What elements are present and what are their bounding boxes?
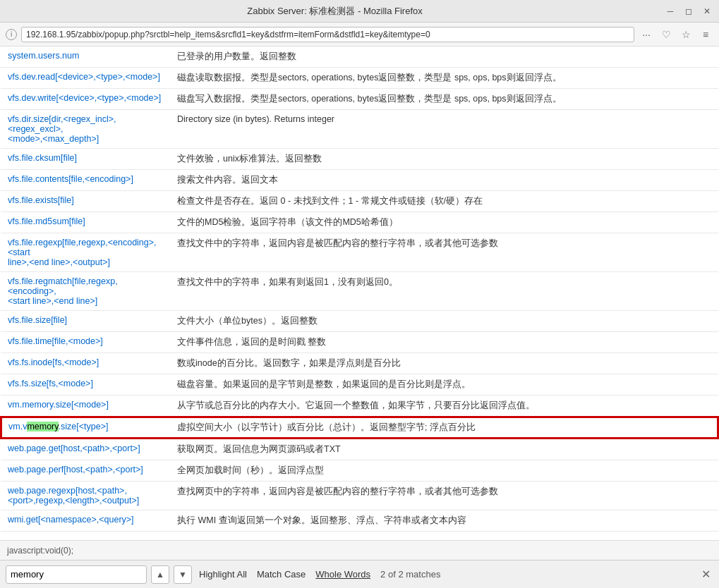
item-key: web.page.regexp[host,<path>,<port>,regex… — [1, 482, 170, 510]
table-row: vfs.dir.size[dir,<regex_incl>,<regex_exc… — [1, 110, 718, 149]
table-row: vfs.file.size[file]文件大小（单位bytes）。返回整数 — [1, 311, 718, 332]
find-close-button[interactable]: ✕ — [698, 567, 713, 582]
item-desc: 从字节或总百分比的内存大小。它返回一个整数值，如果字节，只要百分比返回浮点值。 — [170, 396, 718, 417]
item-desc: 查找文件中的字符串，如果有则返回1，没有则返回0。 — [170, 272, 718, 311]
more-button[interactable]: ··· — [639, 27, 654, 42]
item-key: vfs.file.regexp[file,regexp,<encoding>,<… — [1, 233, 170, 272]
table-row: system.users.num已登录的用户数量。返回整数 — [1, 47, 718, 68]
item-key: vfs.fs.size[fs,<mode>] — [1, 374, 170, 396]
item-desc: 文件大小（单位bytes）。返回整数 — [170, 311, 718, 332]
item-desc: 执行 WMI 查询返回第一个对象。返回整形、浮点、字符串或者文本内容 — [170, 510, 718, 532]
content-area: system.users.num已登录的用户数量。返回整数vfs.dev.rea… — [0, 47, 719, 540]
item-desc: 文件的MD5检验。返回字符串（该文件的MD5哈希值） — [170, 212, 718, 233]
table-row: web.page.perf[host,<path>,<port>]全网页加载时间… — [1, 460, 718, 482]
item-desc: 文件效验，unix标准算法。返回整数 — [170, 149, 718, 170]
item-key: web.page.perf[host,<path>,<port>] — [1, 460, 170, 482]
table-row: vfs.file.md5sum[file]文件的MD5检验。返回字符串（该文件的… — [1, 212, 718, 233]
statusbar: javascript:void(0); — [0, 540, 719, 560]
window-title: Zabbix Server: 标准检测器 - Mozilla Firefox — [6, 5, 664, 18]
table-row: vfs.file.exists[file]检查文件是否存在。返回 0 - 未找到… — [1, 191, 718, 212]
item-key: vfs.file.time[file,<mode>] — [1, 332, 170, 353]
item-key: vm.memory.size[<mode>] — [1, 396, 170, 417]
table-row: vfs.dev.read[<device>,<type>,<mode>]磁盘读取… — [1, 68, 718, 89]
whole-words-label[interactable]: Whole Words — [313, 568, 373, 581]
url-bar[interactable]: 192.168.1.95/zabbix/popup.php?srctbl=hel… — [21, 27, 634, 42]
close-button[interactable]: ✕ — [701, 5, 713, 18]
item-key: vfs.file.regmatch[file,regexp,<encoding>… — [1, 272, 170, 311]
item-desc: 数或inode的百分比。返回数字，如果是浮点则是百分比 — [170, 353, 718, 374]
item-desc: 磁盘写入数据报。类型是sectors, operations, bytes返回整… — [170, 89, 718, 110]
info-icon[interactable]: i — [6, 29, 17, 40]
find-next-button[interactable]: ▼ — [174, 565, 192, 584]
item-key: web.page.get[host,<path>,<port>] — [1, 439, 170, 460]
item-desc: 查找网页中的字符串，返回内容是被匹配内容的整行字符串，或者其他可选参数 — [170, 482, 718, 510]
item-desc: 获取网页。返回信息为网页源码或者TXT — [170, 439, 718, 460]
table-row: vfs.file.regexp[file,regexp,<encoding>,<… — [1, 233, 718, 272]
table-row: vfs.fs.inode[fs,<mode>]数或inode的百分比。返回数字，… — [1, 353, 718, 374]
table-row: vm.vmemory.size[<type>]虚拟空间大小（以字节计）或百分比（… — [1, 417, 718, 439]
table-row: web.page.regexp[host,<path>,<port>,regex… — [1, 482, 718, 510]
table-row: vfs.file.regmatch[file,regexp,<encoding>… — [1, 272, 718, 311]
item-key: vfs.file.md5sum[file] — [1, 212, 170, 233]
item-desc: 磁盘容量。如果返回的是字节则是整数，如果返回的是百分比则是浮点。 — [170, 374, 718, 396]
item-key: vfs.fs.inode[fs,<mode>] — [1, 353, 170, 374]
match-case-label[interactable]: Match Case — [254, 568, 308, 581]
table-row: vfs.fs.size[fs,<mode>]磁盘容量。如果返回的是字节则是整数，… — [1, 374, 718, 396]
item-desc: 磁盘读取数据报。类型是sectors, operations, bytes返回整… — [170, 68, 718, 89]
table-row: vfs.file.contents[file,<encoding>]搜索文件内容… — [1, 170, 718, 191]
item-key: wmi.get[<namespace>,<query>] — [1, 510, 170, 532]
titlebar: Zabbix Server: 标准检测器 - Mozilla Firefox ─… — [0, 0, 719, 23]
find-prev-button[interactable]: ▲ — [151, 565, 169, 584]
table-row: vfs.file.cksum[file]文件效验，unix标准算法。返回整数 — [1, 149, 718, 170]
findbar: ▲ ▼ Highlight All Match Case Whole Words… — [0, 560, 719, 588]
item-key: vfs.file.exists[file] — [1, 191, 170, 212]
titlebar-controls: ─ ◻ ✕ — [664, 5, 713, 18]
table-row: wmi.get[<namespace>,<query>]执行 WMI 查询返回第… — [1, 510, 718, 532]
item-desc: 文件事件信息，返回的是时间戳 整数 — [170, 332, 718, 353]
item-desc: 已登录的用户数量。返回整数 — [170, 47, 718, 68]
item-desc: 搜索文件内容。返回文本 — [170, 170, 718, 191]
matches-count: 2 of 2 matches — [380, 569, 440, 580]
table-row: vfs.dev.write[<device>,<type>,<mode>]磁盘写… — [1, 89, 718, 110]
item-desc: Directory size (in bytes). Returns integ… — [170, 110, 718, 149]
item-desc: 检查文件是否存在。返回 0 - 未找到文件；1 - 常规文件或链接（软/硬）存在 — [170, 191, 718, 212]
minimize-button[interactable]: ─ — [664, 5, 677, 18]
item-key: vm.vmemory.size[<type>] — [1, 417, 170, 439]
star-button[interactable]: ☆ — [678, 27, 694, 42]
item-key: vfs.file.size[file] — [1, 311, 170, 332]
item-key: vfs.file.cksum[file] — [1, 149, 170, 170]
item-key: vfs.dev.write[<device>,<type>,<mode>] — [1, 89, 170, 110]
item-desc: 虚拟空间大小（以字节计）或百分比（总计）。返回整型字节; 浮点百分比 — [170, 417, 718, 439]
table-row: web.page.get[host,<path>,<port>]获取网页。返回信… — [1, 439, 718, 460]
restore-button[interactable]: ◻ — [682, 5, 695, 18]
item-key: vfs.dev.read[<device>,<type>,<mode>] — [1, 68, 170, 89]
highlighted-text: memory — [27, 422, 58, 431]
table-row: vfs.file.time[file,<mode>]文件事件信息，返回的是时间戳… — [1, 332, 718, 353]
item-key: system.users.num — [1, 47, 170, 68]
item-key: vfs.dir.size[dir,<regex_incl>,<regex_exc… — [1, 110, 170, 149]
find-input[interactable] — [6, 565, 147, 584]
highlight-all-label[interactable]: Highlight All — [196, 568, 250, 581]
item-desc: 全网页加载时间（秒）。返回浮点型 — [170, 460, 718, 482]
item-key: vfs.file.contents[file,<encoding>] — [1, 170, 170, 191]
item-desc: 查找文件中的字符串，返回内容是被匹配内容的整行字符串，或者其他可选参数 — [170, 233, 718, 272]
menu-button[interactable]: ≡ — [698, 27, 713, 42]
table-row: vm.memory.size[<mode>]从字节或总百分比的内存大小。它返回一… — [1, 396, 718, 417]
statusbar-text: javascript:void(0); — [7, 546, 73, 556]
items-table: system.users.num已登录的用户数量。返回整数vfs.dev.rea… — [0, 47, 719, 532]
bookmark-button[interactable]: ♡ — [658, 27, 674, 42]
addressbar-actions: ··· ♡ ☆ ≡ — [639, 27, 713, 42]
addressbar: i 192.168.1.95/zabbix/popup.php?srctbl=h… — [0, 23, 719, 47]
